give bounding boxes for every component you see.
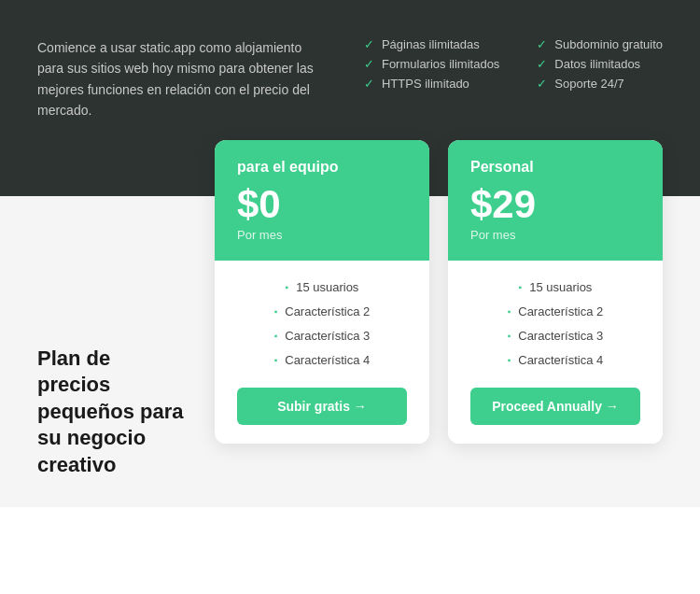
cta-button-1[interactable]: Proceed Annually → <box>470 388 640 425</box>
card-title-1: Personal <box>470 159 640 176</box>
card-header-0: para el equipo $0 Por mes <box>215 140 429 261</box>
feature-item: ✓Formularios ilimitados <box>364 57 499 71</box>
pricing-card-0: para el equipo $0 Por mes 15 usuariosCar… <box>215 140 429 445</box>
feature-list-item: 15 usuarios <box>237 279 407 296</box>
feature-item: ✓Subdominio gratuito <box>537 37 663 51</box>
pricing-card-1: Personal $29 Por mes 15 usuariosCaracter… <box>448 140 663 445</box>
card-per-month-0: Por mes <box>237 228 407 242</box>
card-body-1: 15 usuariosCaracterística 2Característic… <box>448 261 663 445</box>
feature-list-item: Característica 3 <box>237 328 407 345</box>
card-price-1: $29 <box>470 185 640 224</box>
feature-list-item: 15 usuarios <box>470 279 640 296</box>
feature-list-1: 15 usuariosCaracterística 2Característic… <box>470 279 640 370</box>
intro-text: Comience a usar static.app como alojamie… <box>37 37 327 121</box>
feature-list-0: 15 usuariosCaracterística 2Característic… <box>237 279 407 370</box>
features-col-2: ✓Subdominio gratuito✓Datos ilimitados✓So… <box>537 37 663 91</box>
bottom-section: Plan de precios pequeños para su negocio… <box>0 196 700 507</box>
check-icon: ✓ <box>537 57 547 71</box>
card-title-0: para el equipo <box>237 159 407 176</box>
feature-list-item: Característica 2 <box>470 304 640 320</box>
feature-list-item: Característica 4 <box>237 352 407 369</box>
feature-list-item: Característica 2 <box>237 304 407 320</box>
side-text: Plan de precios pequeños para su negocio… <box>37 196 187 479</box>
check-icon: ✓ <box>537 37 547 51</box>
feature-item: ✓Datos ilimitados <box>537 57 663 71</box>
feature-item: ✓Páginas ilimitadas <box>364 37 499 51</box>
check-icon: ✓ <box>537 77 547 91</box>
check-icon: ✓ <box>364 57 374 71</box>
feature-list-item: Característica 4 <box>470 352 640 369</box>
feature-list-item: Característica 3 <box>470 328 640 345</box>
card-per-month-1: Por mes <box>470 228 640 242</box>
card-header-1: Personal $29 Por mes <box>448 140 663 261</box>
feature-item: ✓HTTPS ilimitado <box>364 77 499 91</box>
features-col-1: ✓Páginas ilimitadas✓Formularios ilimitad… <box>364 37 499 91</box>
card-body-0: 15 usuariosCaracterística 2Característic… <box>215 261 429 445</box>
check-icon: ✓ <box>364 77 374 91</box>
cards-container: para el equipo $0 Por mes 15 usuariosCar… <box>215 140 663 445</box>
feature-item: ✓Soporte 24/7 <box>537 77 663 91</box>
cta-button-0[interactable]: Subir gratis → <box>237 388 407 425</box>
card-price-0: $0 <box>237 185 407 224</box>
side-heading: Plan de precios pequeños para su negocio… <box>37 346 187 479</box>
check-icon: ✓ <box>364 37 374 51</box>
